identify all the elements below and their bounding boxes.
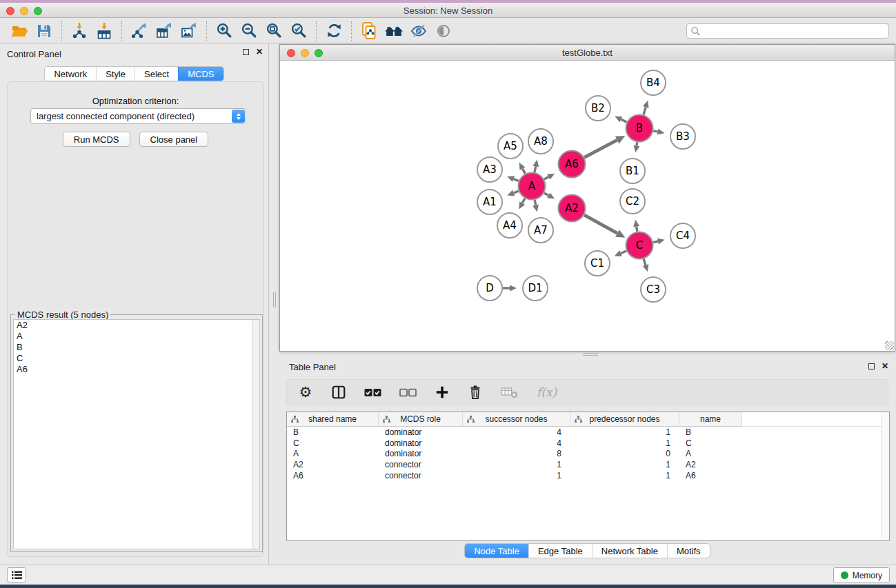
eye-slash-icon [410,23,428,39]
show-elements-button[interactable] [431,21,456,41]
criterion-value: largest connected component (directed) [37,111,195,121]
import-table-button[interactable] [92,21,117,41]
column-header-predecessor-nodes[interactable]: predecessor nodes [570,412,679,427]
network-canvas[interactable]: AA6A2BCA1A3A4A5A7A8B1B2B3B4C1C2C3C4DD1 [280,61,895,351]
horizontal-splitter-handle[interactable] [583,353,598,357]
mcds-result-item[interactable]: A [14,331,259,342]
export-image-button[interactable] [177,21,201,41]
graph-edge-C-C3[interactable] [644,259,646,265]
zoom-out-button[interactable] [237,21,261,41]
zoom-fit-button[interactable] [261,21,286,41]
graph-edge-arrowhead [510,285,517,292]
close-panel-icon[interactable]: ✕ [256,48,263,55]
graph-edge-B-B3[interactable] [653,131,658,132]
tab-motifs[interactable]: Motifs [667,544,710,558]
tab-select[interactable]: Select [135,67,178,81]
table-settings-button[interactable]: ⚙ [298,383,313,401]
memory-status-icon [841,571,848,579]
graph-edge-A-A8[interactable] [535,166,536,172]
import-table-icon [95,22,113,40]
toolbar-separator [316,21,317,41]
open-file-button[interactable] [7,21,32,41]
graph-node-label: C2 [626,195,639,207]
table-scrollbar[interactable] [882,412,889,540]
cell-mcds_role: connector [379,471,463,480]
close-panel-button[interactable]: Close panel [139,132,209,147]
graph-edge-A-A3[interactable] [513,179,518,181]
mcds-result-item[interactable]: B [14,342,259,353]
toolbar-separator [121,21,122,41]
tab-mcds[interactable]: MCDS [178,67,223,81]
memory-button[interactable]: Memory [833,567,890,583]
unselect-all-columns-button[interactable] [399,383,417,401]
graph-edge-B-B1[interactable] [637,142,637,145]
close-table-panel-icon[interactable]: ✕ [882,363,888,369]
column-header-successor-nodes[interactable]: successor nodes [463,412,570,427]
table-row[interactable]: A2connector11A2 [287,459,889,470]
zoom-in-button[interactable] [212,21,237,41]
graph-edge-A-A6[interactable] [544,177,548,179]
float-panel-icon[interactable] [243,49,249,55]
column-header-shared-name[interactable]: shared name [287,412,379,427]
trash-icon [468,385,482,400]
graph-edge-A-A7[interactable] [535,200,536,205]
create-column-button[interactable] [435,383,450,401]
search-field[interactable] [686,23,889,39]
console-button[interactable] [7,567,26,582]
tree-icon [383,416,390,423]
graph-edge-A-A2[interactable] [544,193,548,195]
search-input[interactable] [701,25,888,37]
delete-table-button[interactable] [501,383,519,401]
network-view-window: testGlobe.txt AA6A2BCA1A3A4A5A7A8B1B2B3B… [279,44,895,352]
run-mcds-button[interactable]: Run MCDS [63,132,130,147]
graph-edge-A-A5[interactable] [522,169,525,174]
graph-edge-B-B4[interactable] [644,107,646,114]
export-table-button[interactable] [152,21,177,41]
network-from-selection-button[interactable] [357,21,381,41]
graph-edge-C-C1[interactable] [621,251,626,253]
apply-layout-button[interactable] [321,21,346,41]
mcds-result-item[interactable]: C [14,353,259,364]
hide-elements-button[interactable] [406,21,431,41]
import-network-button[interactable] [67,21,92,41]
column-header-mcds-role[interactable]: MCDS role [379,412,463,427]
float-table-panel-icon[interactable] [868,363,875,369]
export-network-button[interactable] [127,21,152,41]
table-row[interactable]: Bdominator41B [287,427,889,438]
mcds-result-item[interactable]: A6 [14,364,259,375]
cybrowser-home-button[interactable] [381,21,406,41]
mcds-list-scrollbar[interactable] [252,320,259,549]
export-table-icon [155,22,173,40]
graph-edge-A2-C[interactable] [584,215,617,233]
mcds-result-item[interactable]: A2 [14,320,259,331]
graph-edge-A-A1[interactable] [514,191,519,193]
tab-style[interactable]: Style [96,67,135,81]
graph-edge-A-A4[interactable] [522,199,525,203]
select-all-columns-button[interactable] [364,383,381,401]
window-resize-grip[interactable] [885,341,894,350]
tab-network-table[interactable]: Network Table [592,544,667,558]
tab-network[interactable]: Network [45,67,96,81]
tab-edge-table[interactable]: Edge Table [528,544,592,558]
refresh-icon [326,22,343,39]
function-builder-button[interactable]: f(x) [537,383,557,401]
graph-edge-C-C2[interactable] [637,227,637,232]
vertical-splitter-handle[interactable] [272,292,277,307]
show-columns-button[interactable] [331,383,346,401]
graph-edge-A6-B[interactable] [584,140,617,157]
zoom-selected-button[interactable] [286,21,311,41]
table-row[interactable]: Adominator80A [287,448,889,459]
graph-edge-B-B2[interactable] [621,119,626,122]
table-row[interactable]: A6connector11A6 [287,470,889,481]
graph-node-label: C [636,239,643,252]
criterion-dropdown[interactable]: largest connected component (directed) [30,108,246,124]
header-filler [742,412,889,427]
table-row[interactable]: Cdominator41C [287,438,889,449]
delete-column-button[interactable] [468,383,483,401]
graph-edge-C-C4[interactable] [653,241,658,243]
save-session-button[interactable] [32,21,57,41]
table-panel: Table Panel ✕ ⚙ [279,358,895,561]
tab-node-table[interactable]: Node Table [465,544,528,558]
graph-edge-arrowhead [507,190,515,196]
column-header-name[interactable]: name [679,412,742,427]
